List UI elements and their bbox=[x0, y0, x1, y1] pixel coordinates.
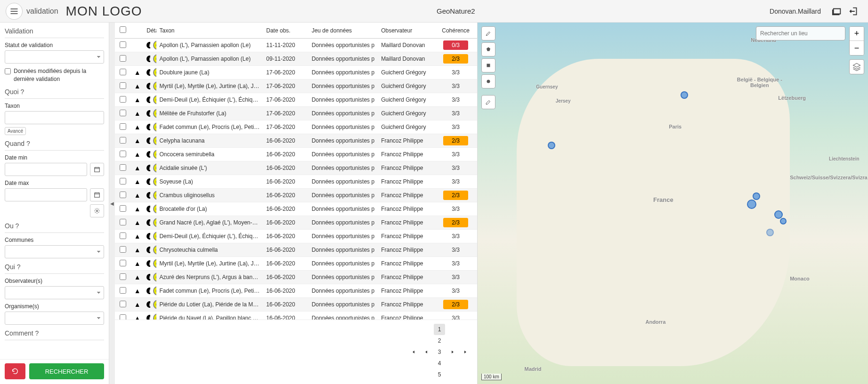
col-dataset[interactable]: Jeu de données bbox=[309, 23, 378, 39]
page-number[interactable]: 2 bbox=[434, 335, 445, 346]
select-all-checkbox[interactable] bbox=[120, 26, 126, 33]
panel-divider[interactable]: ◀ bbox=[109, 23, 115, 384]
table-row[interactable]: ▲i⊜Azuré des Nerpruns (L'), Argus à band… bbox=[115, 271, 477, 284]
info-icon[interactable]: i bbox=[146, 110, 150, 117]
validation-status-icon[interactable]: ⊜ bbox=[153, 54, 157, 64]
table-row[interactable]: ▲i⊜Piéride du Lotier (La), Piéride de la… bbox=[115, 298, 477, 312]
taxon-input[interactable] bbox=[5, 111, 104, 124]
page-number[interactable]: 1 bbox=[434, 324, 445, 335]
col-date[interactable]: Date obs. bbox=[263, 23, 308, 39]
validation-status-icon[interactable]: ⊜ bbox=[153, 68, 157, 77]
search-button[interactable]: RECHERCHER bbox=[29, 363, 104, 379]
validation-status-icon[interactable]: ⊜ bbox=[153, 177, 157, 186]
row-checkbox[interactable] bbox=[120, 96, 126, 103]
row-checkbox[interactable] bbox=[120, 287, 126, 294]
table-scroll[interactable]: Détails Taxon Date obs. Jeu de données O… bbox=[115, 23, 477, 320]
table-row[interactable]: ▲i⊜Demi-Deuil (Le), Échiquier (L'), Échi… bbox=[115, 230, 477, 243]
map-marker[interactable] bbox=[681, 91, 688, 99]
draw-rectangle-button[interactable] bbox=[481, 58, 495, 72]
info-icon[interactable]: i bbox=[146, 206, 150, 212]
row-checkbox[interactable] bbox=[120, 273, 126, 280]
datemax-input[interactable] bbox=[5, 188, 87, 201]
row-checkbox[interactable] bbox=[120, 123, 126, 130]
table-row[interactable]: ▲i⊜Mélitée de Fruhstorfer (La)17-06-2020… bbox=[115, 107, 477, 120]
observateur-select[interactable] bbox=[5, 286, 104, 299]
page-number[interactable]: 5 bbox=[434, 369, 445, 380]
col-coherence[interactable]: Cohérence bbox=[434, 23, 477, 39]
info-icon[interactable]: i bbox=[146, 247, 150, 253]
row-checkbox[interactable] bbox=[120, 110, 126, 116]
row-checkbox[interactable] bbox=[120, 260, 126, 266]
row-checkbox[interactable] bbox=[120, 178, 126, 184]
edit-draw-button[interactable] bbox=[481, 95, 495, 109]
logout-button[interactable] bbox=[845, 3, 862, 20]
table-row[interactable]: ▲i⊜Myrtil (Le), Myrtile (Le), Jurtine (L… bbox=[115, 80, 477, 93]
validation-status-icon[interactable]: ⊜ bbox=[153, 300, 157, 309]
info-icon[interactable]: i bbox=[146, 274, 150, 280]
info-icon[interactable]: i bbox=[146, 219, 150, 226]
info-icon[interactable]: i bbox=[146, 42, 150, 48]
row-checkbox[interactable] bbox=[120, 151, 126, 157]
main-menu-button[interactable] bbox=[6, 3, 23, 20]
validation-status-icon[interactable]: ⊜ bbox=[153, 109, 157, 118]
validation-status-icon[interactable]: ⊜ bbox=[153, 136, 157, 145]
row-checkbox[interactable] bbox=[120, 314, 126, 320]
validation-status-icon[interactable]: ⊜ bbox=[153, 40, 157, 50]
status-select[interactable] bbox=[5, 50, 104, 64]
table-row[interactable]: ▲i⊜Acidalie sinuée (L')16-06-2020Données… bbox=[115, 161, 477, 175]
zoom-out-button[interactable]: − bbox=[850, 41, 864, 55]
row-checkbox[interactable] bbox=[120, 232, 126, 239]
modified-checkbox[interactable] bbox=[5, 68, 11, 74]
validation-status-icon[interactable]: ⊜ bbox=[153, 272, 157, 282]
info-icon[interactable]: i bbox=[146, 178, 150, 185]
page-next[interactable] bbox=[447, 346, 458, 358]
sidebar-scroll[interactable]: Validation Statut de validation Données … bbox=[0, 23, 109, 359]
info-icon[interactable]: i bbox=[146, 56, 150, 62]
page-number[interactable]: 3 bbox=[434, 346, 445, 358]
row-checkbox[interactable] bbox=[120, 69, 126, 75]
info-icon[interactable]: i bbox=[146, 260, 150, 267]
map-panel[interactable]: France Paris België - Belgique - Belgien… bbox=[478, 23, 868, 384]
advanced-button[interactable]: Avancé bbox=[5, 127, 26, 135]
table-row[interactable]: ▲i⊜Grand Nacré (Le), Aglaé (L'), Moyen-N… bbox=[115, 216, 477, 230]
date-settings-button[interactable] bbox=[90, 204, 104, 217]
row-checkbox[interactable] bbox=[120, 219, 126, 225]
info-icon[interactable]: i bbox=[146, 69, 150, 76]
table-row[interactable]: ▲i⊜Oncocera semirubella16-06-2020Données… bbox=[115, 148, 477, 161]
page-number[interactable]: 4 bbox=[434, 358, 445, 369]
info-icon[interactable]: i bbox=[146, 137, 150, 144]
table-row[interactable]: ▲i⊜Fadet commun (Le), Procris (Le), Peti… bbox=[115, 284, 477, 298]
page-first[interactable] bbox=[407, 346, 419, 358]
draw-line-button[interactable] bbox=[481, 26, 495, 40]
info-icon[interactable]: i bbox=[146, 301, 150, 308]
datemin-input[interactable] bbox=[5, 163, 87, 176]
validation-status-icon[interactable]: ⊜ bbox=[153, 122, 157, 132]
page-prev[interactable] bbox=[421, 346, 432, 358]
info-icon[interactable]: i bbox=[146, 315, 150, 320]
row-checkbox[interactable] bbox=[120, 41, 126, 48]
table-row[interactable]: i⊜Apollon (L'), Parnassien apollon (Le)1… bbox=[115, 39, 477, 52]
table-row[interactable]: ▲i⊜Brocatelle d'or (La)16-06-2020Données… bbox=[115, 202, 477, 216]
organisme-select[interactable] bbox=[5, 312, 104, 325]
draw-polygon-button[interactable] bbox=[481, 42, 495, 56]
row-checkbox[interactable] bbox=[120, 301, 126, 307]
zoom-in-button[interactable]: + bbox=[850, 27, 864, 41]
table-row[interactable]: ▲i⊜Fadet commun (Le), Procris (Le), Peti… bbox=[115, 120, 477, 134]
validation-status-icon[interactable]: ⊜ bbox=[153, 95, 157, 104]
datemin-picker-button[interactable] bbox=[90, 163, 104, 176]
validation-status-icon[interactable]: ⊜ bbox=[153, 150, 157, 159]
row-checkbox[interactable] bbox=[120, 192, 126, 198]
validation-status-icon[interactable]: ⊜ bbox=[153, 259, 157, 268]
table-row[interactable]: ▲i⊜Crambus uliginosellus16-06-2020Donnée… bbox=[115, 189, 477, 202]
page-last[interactable] bbox=[460, 346, 471, 358]
table-row[interactable]: ▲i⊜Celypha lacunana16-06-2020Données opp… bbox=[115, 134, 477, 148]
validation-status-icon[interactable]: ⊜ bbox=[153, 204, 157, 214]
info-icon[interactable]: i bbox=[146, 165, 150, 171]
table-row[interactable]: ▲i⊜Myrtil (Le), Myrtile (Le), Jurtine (L… bbox=[115, 257, 477, 271]
validation-status-icon[interactable]: ⊜ bbox=[153, 163, 157, 173]
table-row[interactable]: ▲i⊜Chrysoteuchia culmella16-06-2020Donné… bbox=[115, 243, 477, 257]
table-row[interactable]: ▲i⊜Demi-Deuil (Le), Échiquier (L'), Échi… bbox=[115, 93, 477, 107]
validation-status-icon[interactable]: ⊜ bbox=[153, 218, 157, 227]
map-layers-button[interactable] bbox=[849, 59, 864, 74]
row-checkbox[interactable] bbox=[120, 164, 126, 171]
